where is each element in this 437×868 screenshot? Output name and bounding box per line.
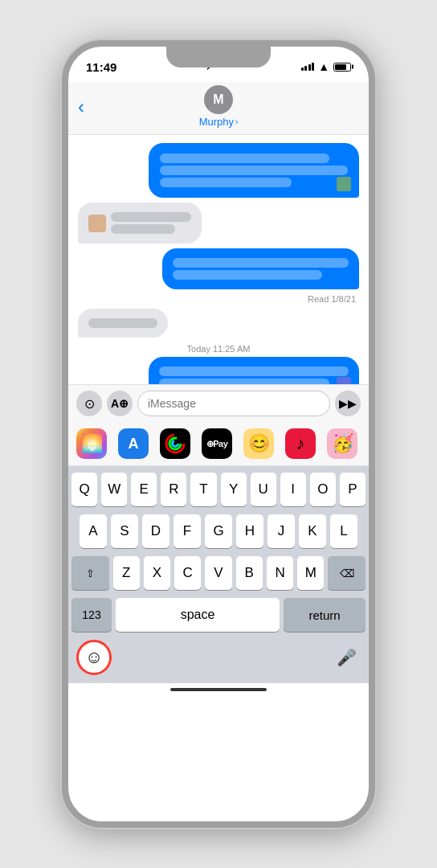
space-key[interactable]: space [116, 598, 280, 632]
sent-bubble [149, 143, 360, 198]
received-bubble [78, 203, 202, 244]
key-i[interactable]: I [280, 473, 306, 506]
memoji-app-icon[interactable]: 😊 [243, 428, 274, 459]
nav-bar: ‹ M Murphy › [68, 82, 369, 135]
activity-app-icon[interactable] [160, 428, 190, 459]
numbers-key[interactable]: 123 [71, 598, 112, 632]
key-d[interactable]: D [142, 514, 169, 548]
appstore-app-icon[interactable]: A [118, 428, 149, 459]
message-row [78, 203, 359, 244]
mic-button[interactable]: 🎤 [332, 643, 361, 672]
message-input[interactable] [137, 391, 330, 416]
key-q[interactable]: Q [71, 473, 97, 506]
mic-icon: 🎤 [337, 648, 357, 667]
message-row [78, 309, 359, 338]
shift-key[interactable]: ⇧ [71, 556, 109, 590]
back-button[interactable]: ‹ [78, 96, 84, 118]
keyboard-row-3: ⇧ Z X C V B N M ⌫ [71, 556, 366, 590]
key-w[interactable]: W [101, 473, 127, 506]
key-x[interactable]: X [144, 556, 170, 590]
received-bubble [78, 309, 168, 338]
key-p[interactable]: P [340, 473, 366, 506]
return-key[interactable]: return [284, 598, 366, 632]
key-y[interactable]: Y [221, 473, 247, 506]
contact-name: Murphy › [199, 116, 239, 128]
key-u[interactable]: U [251, 473, 276, 506]
apps-button[interactable]: A⊕ [107, 391, 133, 416]
shift-icon: ⇧ [86, 567, 95, 579]
key-j[interactable]: J [268, 514, 295, 548]
emoji-button[interactable]: ☺ [76, 640, 112, 675]
key-t[interactable]: T [190, 473, 216, 506]
messages-area: Read 1/8/21 Today 11:25 AM Delivered [68, 135, 369, 384]
chevron-right-icon: › [235, 117, 238, 126]
photos-app-icon[interactable]: 🌅 [76, 428, 107, 459]
key-n[interactable]: N [267, 556, 293, 590]
key-h[interactable]: H [236, 514, 263, 548]
notch [166, 47, 271, 68]
message-row [78, 248, 359, 289]
key-s[interactable]: S [111, 514, 138, 548]
wifi-icon: ▲ [318, 60, 329, 73]
camera-button[interactable]: ⊙ [76, 391, 102, 416]
emoji-icon: ☺ [85, 647, 103, 668]
key-m[interactable]: M [297, 556, 324, 590]
sent-bubble [162, 248, 359, 289]
key-e[interactable]: E [131, 473, 157, 506]
key-g[interactable]: G [205, 514, 232, 548]
key-o[interactable]: O [310, 473, 336, 506]
phone-frame: 11:49 ↗ ▲ ‹ M Murphy › [62, 40, 375, 828]
status-time: 11:49 [86, 60, 116, 74]
sent-bubble [149, 357, 360, 384]
key-a[interactable]: A [80, 514, 107, 548]
apps-icon: A⊕ [111, 397, 129, 410]
key-l[interactable]: L [330, 514, 357, 548]
keyboard-row-2: A S D F G H J K L [71, 514, 366, 548]
key-r[interactable]: R [161, 473, 186, 506]
key-k[interactable]: K [299, 514, 326, 548]
battery-icon [333, 63, 351, 72]
contact-info[interactable]: M Murphy › [199, 85, 239, 128]
delete-icon: ⌫ [340, 567, 354, 579]
input-toolbar: ⊙ A⊕ ▶▶ [68, 384, 369, 422]
message-row [78, 143, 359, 198]
signal-bars [301, 63, 315, 71]
key-z[interactable]: Z [113, 556, 140, 590]
keyboard-bottom-row: 123 space return [71, 598, 366, 632]
home-indicator [68, 683, 369, 693]
applepay-app-icon[interactable]: ⊕Pay [202, 428, 232, 459]
audio-button[interactable]: ▶▶ [335, 391, 361, 416]
keyboard-emoji-row: ☺ 🎤 [71, 640, 366, 675]
delete-key[interactable]: ⌫ [328, 556, 366, 590]
timestamp: Today 11:25 AM [78, 344, 359, 354]
key-c[interactable]: C [174, 556, 201, 590]
key-f[interactable]: F [174, 514, 201, 548]
activity-rings-icon [164, 432, 186, 455]
home-bar [170, 688, 267, 691]
keyboard-row-1: Q W E R T Y U I O P [71, 473, 366, 506]
app-row: 🌅 A ⊕Pay 😊 ♪ 🥳 🌐 [68, 422, 369, 466]
avatar-app-icon[interactable]: 🥳 [327, 428, 357, 459]
key-v[interactable]: V [205, 556, 231, 590]
audio-icon: ▶▶ [339, 397, 357, 410]
message-row [78, 357, 359, 384]
key-b[interactable]: B [236, 556, 263, 590]
read-receipt: Read 1/8/21 [78, 294, 359, 304]
avatar: M [204, 85, 233, 114]
music-app-icon[interactable]: ♪ [285, 428, 316, 459]
keyboard: Q W E R T Y U I O P A S D F G H J K L ⇧ [68, 466, 369, 683]
svg-point-2 [173, 441, 178, 447]
camera-icon: ⊙ [84, 396, 95, 411]
status-icons: ▲ [301, 60, 351, 73]
